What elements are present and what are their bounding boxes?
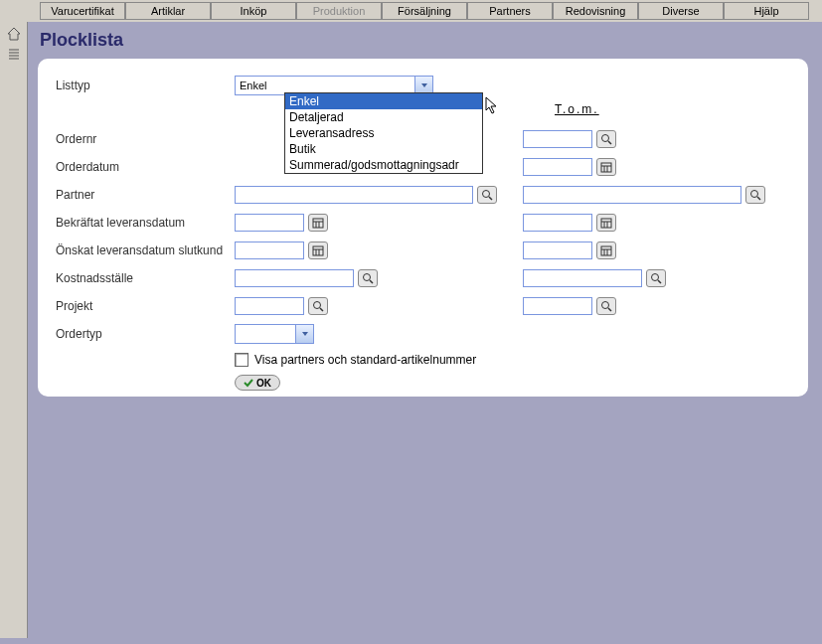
show-partners-label: Visa partners och standard-artikelnummer xyxy=(254,353,476,367)
search-icon[interactable] xyxy=(745,186,765,204)
svg-point-30 xyxy=(364,274,371,281)
bekraftat-from-input[interactable] xyxy=(235,214,304,232)
projekt-from-input[interactable] xyxy=(235,297,304,315)
svg-line-37 xyxy=(608,308,611,311)
chevron-down-icon[interactable] xyxy=(295,325,313,343)
menu-varucertifikat[interactable]: Varucertifikat xyxy=(40,2,125,20)
calendar-icon[interactable] xyxy=(596,158,616,176)
content-area: Plocklista T.o.m. Listtyp Enkel Enkel De… xyxy=(28,22,818,640)
onskat-to-input[interactable] xyxy=(523,242,592,259)
form-panel: T.o.m. Listtyp Enkel Enkel Detaljerad Le… xyxy=(38,59,808,397)
listtyp-option-enkel[interactable]: Enkel xyxy=(285,93,482,109)
ordernr-to-input[interactable] xyxy=(523,130,592,148)
listtyp-value: Enkel xyxy=(240,80,267,91)
onskat-label: Önskat leveransdatum slutkund xyxy=(56,243,235,257)
svg-point-4 xyxy=(602,135,609,142)
list-icon[interactable] xyxy=(6,46,22,62)
search-icon[interactable] xyxy=(646,269,666,287)
kostnadsstalle-to-input[interactable] xyxy=(523,269,642,287)
svg-point-12 xyxy=(751,191,758,198)
check-icon xyxy=(244,378,253,388)
svg-line-13 xyxy=(757,197,760,200)
svg-point-36 xyxy=(602,302,609,309)
ordernr-label: Ordernr xyxy=(56,132,235,146)
left-sidebar xyxy=(0,22,28,638)
show-partners-checkbox[interactable] xyxy=(235,353,248,367)
calendar-icon[interactable] xyxy=(308,214,328,232)
search-icon[interactable] xyxy=(308,297,328,315)
listtyp-option-leveransadress[interactable]: Leveransadress xyxy=(285,125,482,141)
menu-partners[interactable]: Partners xyxy=(467,2,553,20)
menu-hjalp[interactable]: Hjälp xyxy=(724,2,809,20)
svg-rect-6 xyxy=(601,163,611,172)
onskat-from-input[interactable] xyxy=(235,242,304,259)
projekt-to-input[interactable] xyxy=(523,297,592,315)
bekraftat-label: Bekräftat leveransdatum xyxy=(56,216,235,230)
listtyp-option-butik[interactable]: Butik xyxy=(285,141,482,157)
menu-forsaljning[interactable]: Försäljning xyxy=(382,2,467,20)
top-menu: Varucertifikat Artiklar Inköp Produktion… xyxy=(0,0,822,22)
ok-button[interactable]: OK xyxy=(235,375,280,391)
partner-label: Partner xyxy=(56,188,235,202)
page-title: Plocklista xyxy=(28,22,818,59)
orderdatum-to-input[interactable] xyxy=(523,158,592,176)
calendar-icon[interactable] xyxy=(596,242,616,259)
ordertyp-combo[interactable] xyxy=(235,324,314,344)
calendar-icon[interactable] xyxy=(308,242,328,259)
kostnadsstalle-label: Kostnadsställe xyxy=(56,271,235,285)
svg-rect-14 xyxy=(313,219,323,228)
svg-line-5 xyxy=(608,141,611,144)
listtyp-label: Listtyp xyxy=(56,79,235,92)
svg-point-32 xyxy=(652,274,659,281)
svg-rect-18 xyxy=(601,219,611,228)
svg-point-34 xyxy=(314,302,321,309)
svg-line-35 xyxy=(320,308,323,311)
search-icon[interactable] xyxy=(596,130,616,148)
bekraftat-to-input[interactable] xyxy=(523,214,592,232)
svg-point-10 xyxy=(483,191,490,198)
menu-produktion[interactable]: Produktion xyxy=(296,2,382,20)
search-icon[interactable] xyxy=(358,269,378,287)
calendar-icon[interactable] xyxy=(596,214,616,232)
home-icon[interactable] xyxy=(6,26,22,42)
search-icon[interactable] xyxy=(596,297,616,315)
partner-from-input[interactable] xyxy=(235,186,473,204)
svg-line-33 xyxy=(658,280,661,283)
ok-label: OK xyxy=(256,378,271,389)
ordertyp-label: Ordertyp xyxy=(56,327,235,341)
kostnadsstalle-from-input[interactable] xyxy=(235,269,354,287)
menu-artiklar[interactable]: Artiklar xyxy=(125,2,211,20)
menu-diverse[interactable]: Diverse xyxy=(638,2,724,20)
svg-rect-26 xyxy=(601,246,611,255)
listtyp-option-summerad[interactable]: Summerad/godsmottagningsadr xyxy=(285,157,482,173)
search-icon[interactable] xyxy=(477,186,497,204)
svg-line-11 xyxy=(489,197,492,200)
menu-redovisning[interactable]: Redovisning xyxy=(553,2,638,20)
svg-line-31 xyxy=(370,280,373,283)
menu-inkop[interactable]: Inköp xyxy=(211,2,296,20)
tom-heading: T.o.m. xyxy=(555,102,599,116)
listtyp-dropdown: Enkel Detaljerad Leveransadress Butik Su… xyxy=(284,92,483,174)
projekt-label: Projekt xyxy=(56,299,235,313)
partner-to-input[interactable] xyxy=(523,186,741,204)
orderdatum-label: Orderdatum xyxy=(56,160,235,174)
svg-rect-22 xyxy=(313,246,323,255)
listtyp-option-detaljerad[interactable]: Detaljerad xyxy=(285,109,482,125)
